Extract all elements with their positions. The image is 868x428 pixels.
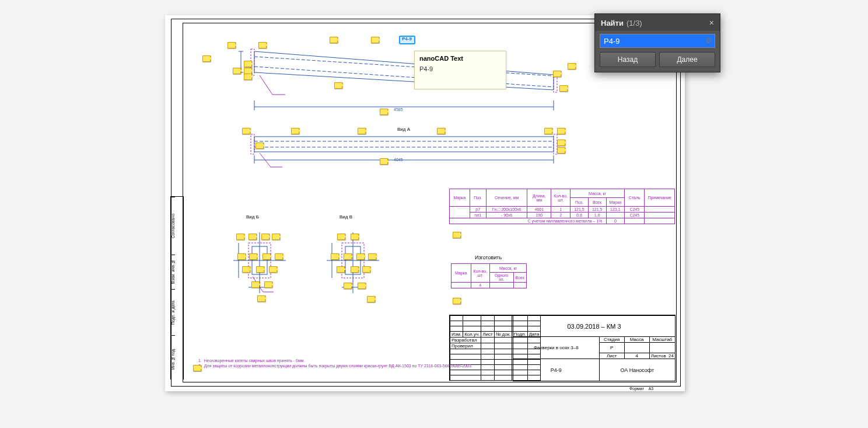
gear-icon[interactable]: ⚙ (705, 36, 712, 45)
tooltip-title: nanoCAD Text (419, 55, 501, 62)
top-beam-drawing (239, 43, 561, 113)
annotation-tag-icon[interactable] (453, 298, 461, 304)
annotation-tag-icon[interactable] (193, 365, 201, 371)
annotation-tag-icon[interactable] (553, 71, 561, 77)
annotation-tag-icon[interactable] (557, 128, 565, 134)
annotation-tag-icon[interactable] (244, 74, 252, 80)
annotation-tag-icon[interactable] (262, 253, 271, 260)
annotation-tag-icon[interactable] (453, 232, 461, 238)
bottom-beam-drawing (239, 125, 561, 172)
annotation-tag-icon[interactable] (557, 140, 565, 146)
annotation-tag-icon[interactable] (256, 266, 264, 273)
annotation-tag-icon[interactable] (242, 266, 250, 273)
tooltip-value: Р4-9 (419, 65, 501, 72)
find-panel: Найти (1/3) × ⚙ Назад Далее (594, 13, 720, 72)
binding-row: Взам. инв.№ (171, 255, 175, 289)
annotation-tag-icon[interactable] (362, 266, 370, 273)
annotation-tag-icon[interactable] (249, 234, 257, 240)
find-header[interactable]: Найти (1/3) × (595, 14, 720, 31)
annotation-tag-icon[interactable] (351, 234, 359, 240)
annotation-tag-icon[interactable] (437, 128, 445, 134)
view-a-label: Вид А (397, 127, 410, 132)
binding-row: Согласовано (171, 197, 175, 255)
annotation-tag-icon[interactable] (344, 253, 352, 260)
spec-table-2: Марка Кол-во, шт. Масса, кг Одного эл.Вс… (451, 263, 527, 288)
highlight-text: Р4-9 (402, 36, 412, 41)
annotation-tag-icon[interactable] (233, 68, 241, 74)
annotation-tag-icon[interactable] (258, 42, 267, 48)
annotation-tag-icon[interactable] (559, 85, 568, 92)
find-next-button[interactable]: Далее (659, 52, 715, 67)
dim-label: 4045 (394, 158, 403, 162)
annotation-tag-icon[interactable] (264, 281, 272, 288)
annotation-tag-icon[interactable] (331, 253, 339, 260)
annotation-tag-icon[interactable] (236, 234, 244, 240)
annotation-tag-icon[interactable] (237, 253, 246, 260)
annotation-tag-icon[interactable] (356, 253, 365, 260)
annotation-tag-icon[interactable] (380, 109, 388, 115)
annotation-tag-icon[interactable] (368, 253, 376, 260)
annotation-tag-icon[interactable] (251, 281, 260, 288)
binding-row: Инв.№ под. (171, 335, 175, 381)
izgotovit-label: Изготовить (475, 255, 502, 260)
annotation-tag-icon[interactable] (244, 61, 252, 67)
spec-table-1: Марка Поз. Сечение, мм Длина, мм Кол-во,… (449, 189, 675, 224)
annotation-tag-icon[interactable] (291, 128, 299, 134)
annotation-tag-icon[interactable] (371, 37, 379, 43)
annotation-tag-icon[interactable] (330, 37, 338, 43)
annotation-tag-icon[interactable] (557, 147, 565, 154)
annotation-tag-icon[interactable] (344, 283, 352, 289)
annotation-tag-icon[interactable] (256, 142, 264, 149)
find-count: (1/3) (626, 19, 642, 27)
annotation-tag-icon[interactable] (358, 283, 366, 289)
annotation-tag-icon[interactable] (358, 128, 366, 134)
notes: 1. Неоговоренные катеты сварных швов при… (198, 358, 473, 368)
annotation-tag-icon[interactable] (228, 42, 236, 48)
format-label: Формат А3 (629, 387, 653, 391)
annotation-tag-icon[interactable] (337, 234, 345, 240)
svg-line-8 (260, 75, 272, 95)
annotation-tag-icon[interactable] (568, 63, 576, 69)
annotation-tag-icon[interactable] (380, 158, 388, 165)
find-title: Найти (601, 19, 624, 27)
annotation-tag-icon[interactable] (261, 234, 270, 240)
dim-label: 4585 (394, 107, 403, 112)
annotation-tag-icon[interactable] (202, 55, 211, 62)
annotation-tag-icon[interactable] (351, 266, 359, 273)
binding-row: Подп. и дата (171, 289, 175, 335)
annotation-tag-icon[interactable] (249, 253, 257, 260)
annotation-tag-icon[interactable] (272, 234, 280, 240)
close-icon[interactable]: × (709, 18, 714, 27)
annotation-tag-icon[interactable] (544, 128, 552, 134)
title-block: Изм.Кол.уч.Лист№ док.Подп.Дата Разработа… (449, 315, 676, 381)
view-v-label: Вид В (340, 214, 352, 220)
annotation-tag-icon[interactable] (269, 266, 277, 273)
svg-rect-10 (254, 137, 554, 152)
svg-rect-13 (251, 134, 254, 154)
annotation-tag-icon[interactable] (242, 128, 250, 134)
find-input[interactable] (600, 34, 715, 48)
annotation-tag-icon[interactable] (334, 82, 342, 89)
annotation-tag-icon[interactable] (257, 295, 265, 302)
hover-tooltip: nanoCAD Text Р4-9 (414, 51, 506, 89)
find-prev-button[interactable]: Назад (600, 52, 656, 67)
binding-strip: Согласовано Взам. инв.№ Подп. и дата Инв… (170, 196, 184, 380)
annotation-tag-icon[interactable] (275, 253, 283, 260)
annotation-tag-icon[interactable] (337, 266, 345, 273)
view-b-label: Вид Б (246, 214, 259, 220)
annotation-tag-icon[interactable] (367, 296, 375, 302)
